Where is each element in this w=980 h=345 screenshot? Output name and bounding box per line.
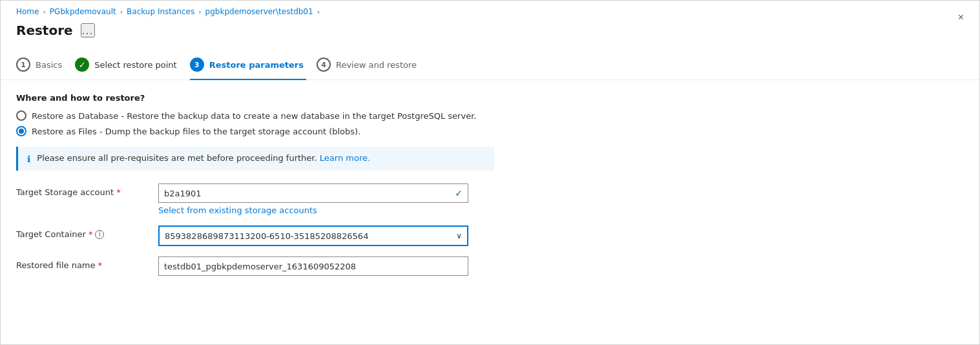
storage-account-select-link[interactable]: Select from existing storage accounts <box>158 205 468 215</box>
info-banner-text: Please ensure all pre-requisites are met… <box>37 153 370 163</box>
radio-restore-files-input[interactable] <box>16 126 26 136</box>
page-title: Restore <box>16 23 73 38</box>
breadcrumb-sep-3: › <box>198 8 201 16</box>
step-restore-parameters[interactable]: 3 Restore parameters <box>190 51 317 79</box>
container-control: 8593828689873113200-6510-35185208826564 … <box>158 225 468 246</box>
container-select[interactable]: 8593828689873113200-6510-35185208826564 … <box>158 225 468 246</box>
radio-restore-db-label: Restore as Database - Restore the backup… <box>32 111 476 121</box>
form-row-storage-account: Target Storage account * b2a1901 ✓ Selec… <box>16 183 964 215</box>
step-select-restore-point-circle: ✓ <box>75 58 89 72</box>
storage-account-label: Target Storage account * <box>16 183 145 197</box>
breadcrumb-sep-1: › <box>43 8 45 16</box>
close-button[interactable]: × <box>955 10 966 25</box>
breadcrumb-instance[interactable]: pgbkpdemoserver\testdb01 <box>205 7 313 16</box>
title-row: Restore ... <box>1 20 979 46</box>
storage-account-control: b2a1901 ✓ Select from existing storage a… <box>158 183 468 215</box>
radio-restore-db[interactable]: Restore as Database - Restore the backup… <box>16 110 964 121</box>
step-basics[interactable]: 1 Basics <box>16 51 75 79</box>
breadcrumb-backup-instances[interactable]: Backup Instances <box>127 7 194 16</box>
info-banner-icon: ℹ <box>27 154 30 164</box>
step-review-restore-circle: 4 <box>317 58 331 72</box>
container-info-icon[interactable]: i <box>95 230 104 239</box>
breadcrumb-sep-2: › <box>120 8 123 16</box>
ellipsis-button[interactable]: ... <box>81 23 95 37</box>
page-container: Home › PGbkpdemovault › Backup Instances… <box>1 1 979 344</box>
breadcrumb-vault[interactable]: PGbkpdemovault <box>50 7 116 16</box>
container-label: Target Container * i <box>16 225 145 239</box>
filename-value: testdb01_pgbkpdemoserver_1631609052208 <box>164 262 356 271</box>
storage-account-value: b2a1901 <box>164 189 202 198</box>
step-select-restore-point-label: Select restore point <box>94 60 176 70</box>
step-review-restore[interactable]: 4 Review and restore <box>317 51 430 79</box>
breadcrumb-sep-4: › <box>317 8 320 16</box>
filename-required: * <box>98 260 103 270</box>
step-select-restore-point[interactable]: ✓ Select restore point <box>75 51 189 79</box>
container-required: * <box>89 229 93 239</box>
storage-account-check-icon: ✓ <box>455 188 463 198</box>
radio-restore-files-label: Restore as Files - Dump the backup files… <box>32 127 360 136</box>
form-row-filename: Restored file name * testdb01_pgbkpdemos… <box>16 256 964 276</box>
step-basics-circle: 1 <box>16 58 30 72</box>
filename-control: testdb01_pgbkpdemoserver_1631609052208 <box>158 256 468 276</box>
info-banner: ℹ Please ensure all pre-requisites are m… <box>16 147 494 171</box>
radio-restore-db-input[interactable] <box>16 110 26 121</box>
step-basics-label: Basics <box>36 60 62 70</box>
steps-row: 1 Basics ✓ Select restore point 3 Restor… <box>1 46 979 80</box>
content-area: Where and how to restore? Restore as Dat… <box>1 80 979 344</box>
filename-label: Restored file name * <box>16 256 145 270</box>
section-title: Where and how to restore? <box>16 93 964 103</box>
breadcrumb: Home › PGbkpdemovault › Backup Instances… <box>1 1 979 20</box>
info-banner-link[interactable]: Learn more. <box>320 153 370 163</box>
container-value: 8593828689873113200-6510-35185208826564 <box>165 231 368 241</box>
form-row-container: Target Container * i 8593828689873113200… <box>16 225 964 246</box>
filename-input[interactable]: testdb01_pgbkpdemoserver_1631609052208 <box>158 256 468 276</box>
container-dropdown-icon: ∨ <box>456 231 462 240</box>
storage-account-input[interactable]: b2a1901 ✓ <box>158 183 468 203</box>
step-review-restore-label: Review and restore <box>336 60 417 70</box>
storage-account-required: * <box>116 187 121 197</box>
radio-group: Restore as Database - Restore the backup… <box>16 110 964 136</box>
radio-restore-files[interactable]: Restore as Files - Dump the backup files… <box>16 126 964 136</box>
breadcrumb-home[interactable]: Home <box>16 7 39 16</box>
step-restore-parameters-circle: 3 <box>190 58 204 72</box>
step-restore-parameters-label: Restore parameters <box>209 60 304 70</box>
